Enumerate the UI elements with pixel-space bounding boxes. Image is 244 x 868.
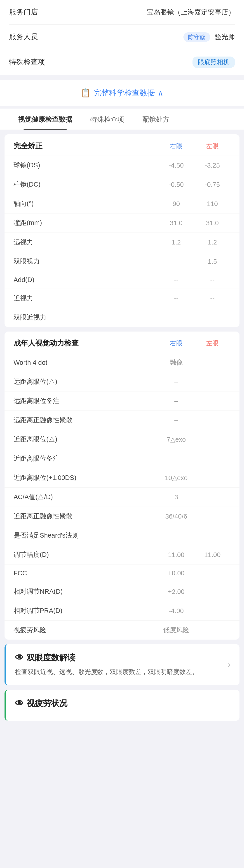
adult-vision-header: 成年人视觉动力检查 右眼 左眼 — [4, 332, 240, 353]
center-value: 低度风险 — [122, 625, 231, 634]
left-value: 1.5 — [194, 258, 231, 265]
chevron-right-icon: › — [228, 660, 231, 670]
special-value-tag: 眼底照相机 — [193, 57, 235, 68]
row-label: Add(D) — [13, 276, 158, 284]
row-label: 是否满足Sheard's法则 — [13, 531, 122, 540]
special-label: 特殊检查项 — [9, 57, 45, 67]
complete-correction-title: 完全矫正 — [13, 141, 158, 151]
left-eye-label: 左眼 — [194, 142, 231, 150]
complete-data-link[interactable]: 📋 完整科学检查数据 ∧ — [81, 88, 163, 98]
row-label: 远视力 — [13, 238, 158, 247]
staff-role: 验光师 — [215, 33, 235, 40]
center-value: – — [122, 455, 231, 463]
left-value: -- — [194, 276, 231, 284]
left-value: -3.25 — [194, 162, 231, 169]
eye-icon: 👁 — [15, 699, 24, 708]
card-content: 👁 视疲劳状况 — [15, 698, 231, 713]
center-value: 36/40/6 — [122, 513, 231, 520]
table-row: 双眼视力 1.5 — [4, 252, 240, 271]
card-title: 👁 视疲劳状况 — [15, 698, 231, 709]
complete-correction-card: 完全矫正 右眼 左眼 球镜(DS) -4.50 -3.25 柱镜(DC) -0.… — [4, 134, 240, 327]
right-value: -- — [158, 295, 194, 302]
table-row: 球镜(DS) -4.50 -3.25 — [4, 156, 240, 175]
table-row: 近距离正融像性聚散 36/40/6 — [4, 506, 240, 526]
table-row: 远距离眼位(△) – — [4, 372, 240, 391]
right-value: 90 — [158, 200, 194, 208]
table-row: 双眼近视力 – — [4, 308, 240, 327]
center-value: 3 — [122, 494, 231, 501]
correction-rows: 球镜(DS) -4.50 -3.25 柱镜(DC) -0.50 -0.75 轴向… — [4, 156, 240, 327]
tab-prescription[interactable]: 配镜处方 — [133, 108, 178, 130]
table-row: 近距离眼位(△) 7△exo — [4, 430, 240, 449]
center-value: +2.00 — [122, 588, 231, 595]
book-icon: 📋 — [81, 88, 91, 98]
store-value: 宝岛眼镜（上海嘉定安亭店） — [147, 8, 235, 17]
left-value: 11.00 — [194, 551, 231, 559]
left-value: -0.75 — [194, 181, 231, 188]
table-row: 调节幅度(D) 11.00 11.00 — [4, 545, 240, 564]
adult-right-eye-label: 右眼 — [158, 339, 194, 348]
center-value: 7△exo — [122, 436, 231, 443]
row-label: 球镜(DS) — [13, 161, 158, 170]
service-card: 服务门店 宝岛眼镜（上海嘉定安亭店） 服务人员 陈守馥 验光师 特殊检查项 眼底… — [0, 0, 244, 75]
staff-value: 陈守馥 验光师 — [183, 32, 235, 41]
table-row: 远视力 1.2 1.2 — [4, 232, 240, 252]
center-value: 融像 — [122, 358, 231, 367]
staff-label: 服务人员 — [9, 32, 38, 42]
adult-vision-title: 成年人视觉动力检查 — [13, 338, 158, 348]
service-store-row: 服务门店 宝岛眼镜（上海嘉定安亭店） — [9, 0, 235, 25]
row-label: 相对调节PRA(D) — [13, 606, 122, 615]
row-label: 双眼视力 — [13, 257, 158, 266]
left-value: – — [194, 314, 231, 321]
left-value: -- — [194, 295, 231, 302]
bottom-card-1[interactable]: 👁 视疲劳状况 — [4, 690, 240, 721]
right-value: -0.50 — [158, 181, 194, 188]
card-title-text: 双眼度数解读 — [27, 652, 75, 663]
row-label: FCC — [13, 569, 122, 577]
right-eye-label: 右眼 — [158, 142, 194, 150]
left-value: 31.0 — [194, 219, 231, 227]
row-label: 近距离眼位备注 — [13, 454, 122, 463]
table-row: Worth 4 dot 融像 — [4, 353, 240, 372]
service-special-row: 特殊检查项 眼底照相机 — [9, 49, 235, 75]
table-row: AC/A值(△/D) 3 — [4, 487, 240, 506]
bottom-cards-container: 👁 双眼度数解读 检查双眼近视、远视、散光度数，双眼度数差，双眼明暗度数差。 ›… — [0, 644, 244, 721]
row-label: 近距离正融像性聚散 — [13, 512, 122, 521]
complete-data-arrow: ∧ — [158, 88, 163, 97]
row-label: 瞳距(mm) — [13, 218, 158, 227]
left-value: 110 — [194, 200, 231, 208]
row-label: 远距离正融像性聚散 — [13, 416, 122, 425]
store-label: 服务门店 — [9, 7, 38, 17]
table-row: 近距离眼位(+1.00DS) 10△exo — [4, 468, 240, 487]
row-label: 视疲劳风险 — [13, 625, 122, 634]
bottom-card-0[interactable]: 👁 双眼度数解读 检查双眼近视、远视、散光度数，双眼度数差，双眼明暗度数差。 › — [4, 644, 240, 685]
adult-rows: Worth 4 dot 融像 远距离眼位(△) – 远距离眼位备注 – 远距离正… — [4, 353, 240, 640]
tab-special-check[interactable]: 特殊检查项 — [81, 108, 133, 130]
table-row: Add(D) -- -- — [4, 271, 240, 288]
row-label: 近视力 — [13, 294, 158, 303]
row-label: 轴向(°) — [13, 199, 158, 208]
center-value: -4.00 — [122, 607, 231, 615]
row-label: AC/A值(△/D) — [13, 493, 122, 502]
complete-data-section: 📋 完整科学检查数据 ∧ — [0, 80, 244, 106]
eye-icon: 👁 — [15, 653, 24, 663]
left-value: 1.2 — [194, 239, 231, 246]
table-row: 是否满足Sheard's法则 – — [4, 526, 240, 545]
table-row: 相对调节NRA(D) +2.00 — [4, 582, 240, 601]
table-row: FCC +0.00 — [4, 564, 240, 582]
table-row: 柱镜(DC) -0.50 -0.75 — [4, 175, 240, 194]
card-title: 👁 双眼度数解读 — [15, 652, 223, 663]
adult-left-eye-label: 左眼 — [194, 339, 231, 348]
table-row: 视疲劳风险 低度风险 — [4, 620, 240, 640]
table-row: 远距离正融像性聚散 – — [4, 410, 240, 430]
row-label: 远距离眼位备注 — [13, 397, 122, 405]
row-label: 远距离眼位(△) — [13, 377, 122, 386]
right-value: 11.00 — [158, 551, 194, 559]
center-value: – — [122, 416, 231, 424]
row-label: 相对调节NRA(D) — [13, 587, 122, 596]
service-staff-row: 服务人员 陈守馥 验光师 — [9, 25, 235, 49]
tab-vision-health[interactable]: 视觉健康检查数据 — [9, 108, 81, 130]
tabs-container: 视觉健康检查数据 特殊检查项 配镜处方 — [0, 108, 244, 130]
table-row: 近距离眼位备注 – — [4, 449, 240, 468]
table-row: 近视力 -- -- — [4, 288, 240, 308]
